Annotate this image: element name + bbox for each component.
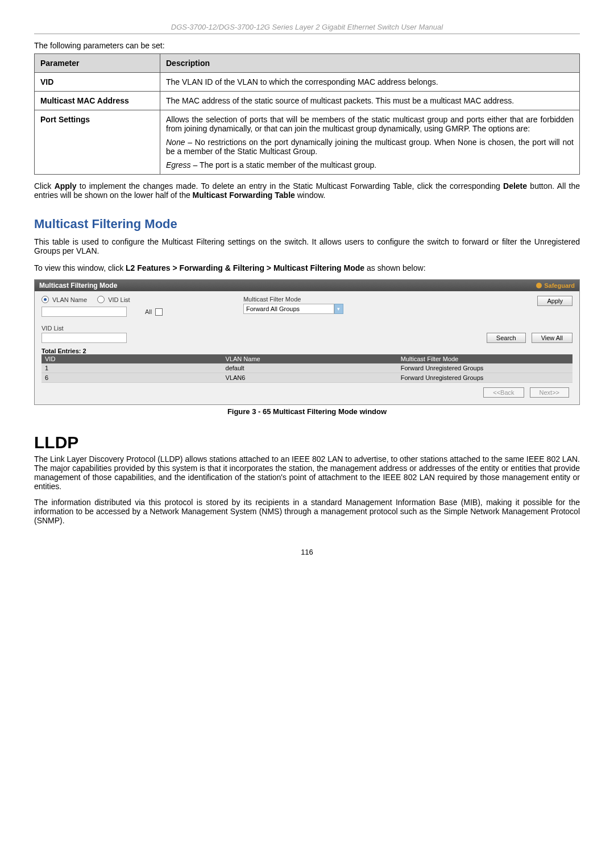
cell-vid: 1 — [42, 363, 222, 373]
cell-vid: 6 — [42, 373, 222, 383]
view-all-button[interactable]: View All — [532, 333, 572, 343]
all-checkbox[interactable] — [155, 308, 163, 316]
cell-filter-mode: Forward Unregistered Groups — [397, 373, 572, 383]
filter-mode-label: Multicast Filter Mode — [243, 296, 413, 303]
desc-port: Allows the selection of ports that will … — [160, 110, 580, 175]
table-header-row: Parameter Description — [35, 54, 580, 73]
parameter-table: Parameter Description VID The VLAN ID of… — [34, 53, 580, 175]
ss-search-row: Search View All — [42, 333, 572, 343]
ss-body: VLAN Name VID List All Multicast Filter … — [35, 291, 579, 404]
apply-button[interactable]: Apply — [537, 296, 572, 306]
nav-suffix: as shown below: — [364, 263, 425, 272]
apply-note-bold: Delete — [503, 181, 527, 191]
page-number: 116 — [34, 548, 580, 556]
lldp-p2: The information distributed via this pro… — [34, 498, 580, 525]
vid-list-input[interactable] — [42, 333, 127, 343]
radio-vid-list-label: VID List — [108, 296, 130, 303]
ss-table-header: VID VLAN Name Multicast Filter Mode — [42, 354, 572, 363]
ss-title: Multicast Filtering Mode — [39, 282, 117, 290]
filter-dropdown-value: Forward All Groups — [243, 304, 334, 314]
th-vlan-name: VLAN Name — [222, 354, 397, 363]
next-button[interactable]: Next>> — [530, 387, 569, 398]
apply-note-bold: Apply — [55, 181, 77, 191]
ss-result-table: VID VLAN Name Multicast Filter Mode 1 de… — [42, 354, 572, 383]
th-filter-mode: Multicast Filter Mode — [397, 354, 572, 363]
total-entries: Total Entries: 2 — [42, 348, 572, 354]
screenshot-multicast-filtering: Multicast Filtering Mode Safeguard VLAN … — [34, 279, 580, 405]
ss-pager: <<Back Next>> — [42, 383, 572, 400]
cell-filter-mode: Forward Unregistered Groups — [397, 363, 572, 373]
radio-vlan-name[interactable] — [42, 296, 49, 303]
desc-port-p2: None – No restrictions on the port dynam… — [166, 138, 574, 156]
section-multicast-intro: This table is used to configure the Mult… — [34, 237, 580, 255]
vid-list-section-label: VID List — [42, 325, 572, 332]
figure-caption: Figure 3 - 65 Multicast Filtering Mode w… — [34, 407, 580, 416]
apply-note-seg: window. — [295, 191, 326, 200]
safeguard-label: Safeguard — [544, 282, 575, 289]
italic-none: None — [166, 138, 185, 147]
th-parameter: Parameter — [35, 54, 160, 73]
intro-text: The following parameters can be set: — [34, 41, 580, 50]
nav-path: To view this window, click L2 Features >… — [34, 263, 580, 272]
ss-table-row: 6 VLAN6 Forward Unregistered Groups — [42, 373, 572, 383]
apply-note-seg: Click — [34, 181, 55, 191]
param-mac: Multicast MAC Address — [35, 92, 160, 110]
table-row: Multicast MAC Address The MAC address of… — [35, 92, 580, 110]
table-row: Port Settings Allows the selection of po… — [35, 110, 580, 175]
table-row: VID The VLAN ID of the VLAN to which the… — [35, 73, 580, 92]
ss-input-row: All — [42, 307, 243, 317]
italic-egress: Egress — [166, 160, 191, 170]
section-lldp-title: LLDP — [34, 433, 580, 452]
desc-port-p1: Allows the selection of ports that will … — [166, 115, 574, 133]
all-label: All — [145, 308, 152, 315]
radio-vlan-name-label: VLAN Name — [52, 296, 87, 303]
desc-vid-p1: The VLAN ID of the VLAN to which the cor… — [166, 77, 574, 86]
desc-port-p3: Egress – The port is a static member of … — [166, 160, 574, 170]
param-port: Port Settings — [35, 110, 160, 175]
ss-top-row: VLAN Name VID List All Multicast Filter … — [42, 296, 572, 320]
desc-vid: The VLAN ID of the VLAN to which the cor… — [160, 73, 580, 92]
ss-radio-row: VLAN Name VID List — [42, 296, 243, 303]
cell-vlan-name: default — [222, 363, 397, 373]
desc-mac-p1: The MAC address of the static source of … — [166, 96, 574, 105]
ss-safeguard: Safeguard — [536, 282, 575, 289]
ss-table-row: 1 default Forward Unregistered Groups — [42, 363, 572, 373]
cell-vlan-name: VLAN6 — [222, 373, 397, 383]
doc-header: DGS-3700-12/DGS-3700-12G Series Layer 2 … — [34, 23, 580, 34]
th-description: Description — [160, 54, 580, 73]
section-multicast-title: Multicast Filtering Mode — [34, 217, 580, 232]
nav-prefix: To view this window, click — [34, 263, 126, 272]
vlan-name-input[interactable] — [42, 307, 127, 317]
radio-vid-list[interactable] — [97, 296, 105, 303]
chevron-down-icon[interactable]: ▾ — [334, 304, 343, 314]
search-button[interactable]: Search — [487, 333, 526, 343]
apply-note: Click Apply to implement the changes mad… — [34, 181, 580, 200]
back-button[interactable]: <<Back — [483, 387, 524, 398]
desc-mac: The MAC address of the static source of … — [160, 92, 580, 110]
lldp-p1: The Link Layer Discovery Protocol (LLDP)… — [34, 454, 580, 491]
apply-note-seg: to implement the changes made. To delete… — [77, 181, 504, 191]
ss-titlebar: Multicast Filtering Mode Safeguard — [35, 280, 579, 291]
apply-note-bold: Multicast Forwarding Table — [193, 191, 295, 200]
filter-dropdown[interactable]: Forward All Groups ▾ — [243, 304, 413, 314]
nav-bold: L2 Features > Forwarding & Filtering > M… — [126, 263, 364, 272]
param-vid: VID — [35, 73, 160, 92]
safeguard-icon — [536, 283, 542, 288]
th-vid: VID — [42, 354, 222, 363]
